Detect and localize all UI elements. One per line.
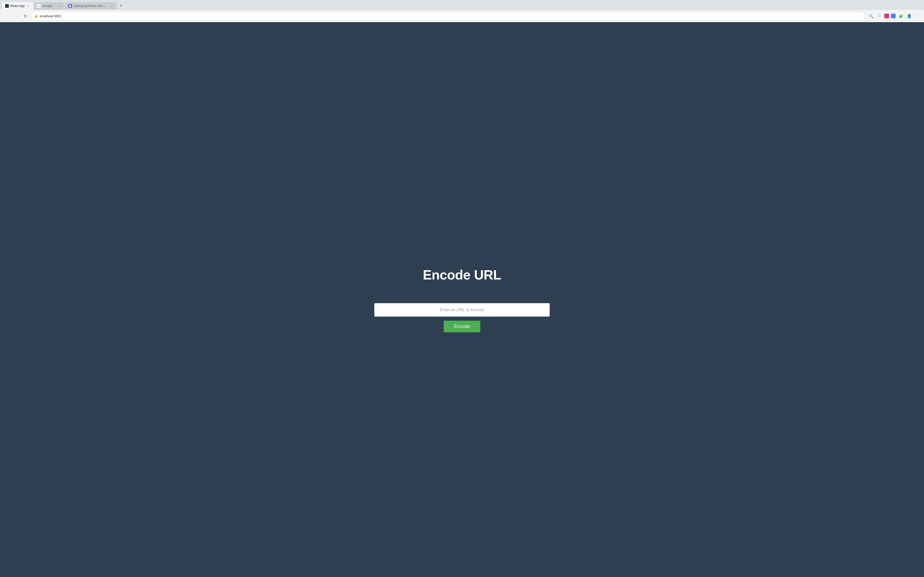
tab-react-app[interactable]: ⚛ React App × (2, 2, 33, 10)
tab-deploy-close[interactable]: × (110, 4, 114, 8)
browser-chrome: ⚛ React App × G Google × 📄 Deploying Rea… (0, 0, 924, 22)
url-input[interactable] (374, 303, 550, 317)
extensions-button[interactable]: 🧩 (897, 12, 905, 19)
bookmark-icon[interactable]: ☆ (876, 12, 883, 19)
back-button[interactable]: ← (3, 12, 10, 19)
google-favicon: G (37, 4, 40, 8)
menu-button[interactable]: ⋮ (914, 12, 921, 19)
app-content: Encode URL Encode (0, 22, 924, 577)
tab-deploy-label: Deploying React with Zero Con... (73, 4, 108, 8)
url-bar[interactable]: 🔒 localhost:3001 (31, 12, 865, 20)
extension-icon-1[interactable] (884, 14, 889, 18)
address-bar: ← → ↻ 🔒 localhost:3001 🔍 ☆ 🧩 👤 ⋮ (0, 10, 924, 22)
page-title: Encode URL (423, 267, 501, 282)
reload-button[interactable]: ↻ (22, 12, 29, 19)
search-icon[interactable]: 🔍 (867, 12, 874, 19)
tab-deploy[interactable]: 📄 Deploying React with Zero Con... × (65, 2, 117, 10)
tab-react-close[interactable]: × (26, 4, 30, 8)
form-container: Encode (374, 303, 550, 332)
deploy-favicon: 📄 (68, 4, 72, 8)
encode-button[interactable]: Encode (444, 321, 481, 332)
new-tab-button[interactable]: + (117, 2, 124, 9)
url-text: localhost:3001 (40, 14, 862, 18)
react-favicon: ⚛ (5, 4, 9, 8)
tab-react-label: React App (10, 4, 24, 8)
browser-actions: 🔍 ☆ 🧩 👤 ⋮ (867, 12, 921, 19)
secure-icon: 🔒 (34, 14, 38, 18)
extension-icon-2[interactable] (891, 14, 896, 18)
tab-google-close[interactable]: × (58, 4, 61, 8)
tab-bar: ⚛ React App × G Google × 📄 Deploying Rea… (0, 0, 924, 10)
forward-button[interactable]: → (12, 12, 19, 19)
tab-google-label: Google (42, 4, 56, 8)
profile-button[interactable]: 👤 (905, 12, 913, 19)
tab-google[interactable]: G Google × (34, 2, 65, 10)
